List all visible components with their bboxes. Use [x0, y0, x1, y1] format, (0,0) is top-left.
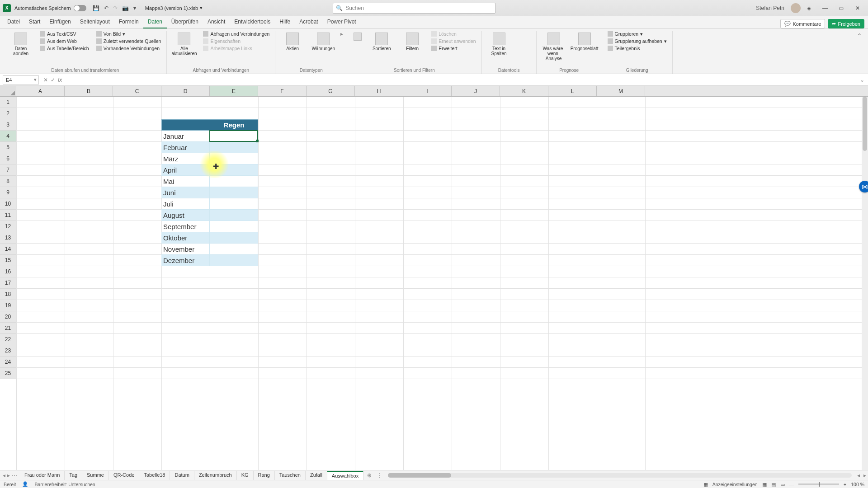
scroll-thumb[interactable] — [863, 97, 867, 151]
validation-icon[interactable] — [516, 40, 524, 47]
row-header[interactable]: 9 — [0, 187, 16, 198]
zoom-slider[interactable] — [798, 483, 839, 485]
subtotal-button[interactable]: Teilergebnis — [606, 45, 669, 52]
flash-fill-icon[interactable] — [516, 31, 524, 38]
column-header-K[interactable]: K — [500, 86, 548, 96]
sheet-tab[interactable]: Datum — [170, 471, 194, 480]
sheet-tab[interactable]: QR-Code — [109, 471, 139, 480]
column-header-B[interactable]: B — [65, 86, 113, 96]
consolidate-icon[interactable] — [525, 40, 533, 47]
row-header[interactable]: 23 — [0, 345, 16, 357]
column-header-E[interactable]: E — [210, 86, 258, 96]
advanced-filter-button[interactable]: Erweitert — [429, 45, 477, 52]
table-cell[interactable]: März — [161, 153, 210, 164]
file-title[interactable]: Mappe3 (version 1).xlsb ▾ — [145, 5, 203, 11]
row-header[interactable]: 7 — [0, 164, 16, 176]
horizontal-scrollbar[interactable] — [388, 473, 852, 478]
close-button[interactable]: ✕ — [850, 3, 865, 14]
collapse-ribbon-icon[interactable]: ⌃ — [854, 31, 864, 41]
cancel-formula-icon[interactable]: ✕ — [43, 77, 48, 83]
view-break-icon[interactable]: ▭ — [780, 482, 785, 487]
get-data-button[interactable]: Daten abrufen — [7, 31, 34, 56]
row-header[interactable]: 16 — [0, 266, 16, 277]
camera-icon[interactable]: 📷 — [122, 5, 129, 11]
row-header[interactable]: 12 — [0, 221, 16, 232]
from-text-csv-button[interactable]: Aus Text/CSV — [38, 31, 91, 37]
row-header[interactable]: 13 — [0, 232, 16, 244]
scroll-thumb[interactable] — [388, 473, 451, 478]
column-header-G[interactable]: G — [307, 86, 355, 96]
menu-tab-start[interactable]: Start — [24, 16, 45, 28]
row-header[interactable]: 8 — [0, 176, 16, 187]
menu-tab-entwicklertools[interactable]: Entwicklertools — [230, 16, 275, 28]
add-sheet-button[interactable]: ⊕ — [363, 472, 375, 479]
relations-icon[interactable] — [516, 49, 524, 56]
column-header-M[interactable]: M — [597, 86, 645, 96]
row-header[interactable]: 4 — [0, 131, 16, 142]
toggle-icon[interactable] — [74, 5, 86, 11]
column-header-A[interactable]: A — [16, 86, 65, 96]
column-header-J[interactable]: J — [452, 86, 500, 96]
currencies-button[interactable]: Währungen — [310, 31, 337, 51]
menu-tab-formeln[interactable]: Formeln — [114, 16, 143, 28]
sort-button[interactable]: Sortieren — [368, 31, 395, 51]
undo-icon[interactable]: ↶ — [104, 5, 108, 11]
column-header-I[interactable]: I — [403, 86, 452, 96]
sheet-tab[interactable]: Tabelle18 — [139, 471, 170, 480]
column-header-L[interactable]: L — [548, 86, 597, 96]
whatif-button[interactable]: Was-wäre-wenn-Analyse — [540, 31, 567, 61]
menu-tab-acrobat[interactable]: Acrobat — [295, 16, 322, 28]
autosave-toggle[interactable]: Automatisches Speichern — [14, 5, 89, 11]
row-header[interactable]: 25 — [0, 368, 16, 379]
from-table-button[interactable]: Aus Tabelle/Bereich — [38, 45, 91, 52]
sheet-tab[interactable]: Auswahlbox — [327, 471, 363, 480]
row-header[interactable]: 18 — [0, 289, 16, 300]
table-cell[interactable] — [210, 255, 258, 266]
diamond-icon[interactable]: ◈ — [807, 5, 811, 11]
share-button[interactable]: ➦ Freigeben — [828, 19, 864, 28]
menu-tab-datei[interactable]: Datei — [3, 16, 24, 28]
spreadsheet-grid[interactable]: ABCDEFGHIJKLM RegenJanuarFebruarMärzApri… — [0, 86, 868, 470]
row-header[interactable]: 6 — [0, 153, 16, 164]
sheet-tab[interactable]: Frau oder Mann — [20, 471, 65, 480]
display-settings[interactable]: Anzeigeeinstellungen — [712, 482, 758, 487]
accept-formula-icon[interactable]: ✓ — [51, 77, 55, 83]
table-cell[interactable]: Regen — [210, 119, 258, 131]
table-cell[interactable]: Februar — [161, 142, 210, 153]
column-header-D[interactable]: D — [161, 86, 210, 96]
select-all-button[interactable] — [0, 86, 16, 96]
redo-icon[interactable]: ↷ — [113, 5, 118, 11]
datatypes-more-icon[interactable]: ▸ — [340, 31, 343, 37]
vertical-scrollbar[interactable] — [862, 97, 868, 470]
group-button[interactable]: Gruppieren ▾ — [606, 31, 669, 37]
queries-connections-button[interactable]: Abfragen und Verbindungen — [201, 31, 271, 37]
text-to-columns-button[interactable]: Text in Spalten — [486, 31, 513, 56]
table-cell[interactable] — [210, 142, 258, 153]
formula-input[interactable] — [64, 75, 856, 84]
recent-sources-button[interactable]: Zuletzt verwendete Quellen — [94, 38, 163, 44]
avatar[interactable] — [791, 3, 801, 13]
sort-asc-button[interactable] — [351, 31, 364, 41]
sheet-tab[interactable]: Summe — [82, 471, 109, 480]
from-image-button[interactable]: Von Bild ▾ — [94, 31, 163, 37]
table-cell[interactable] — [210, 210, 258, 221]
sheet-tab[interactable]: KG — [237, 471, 254, 480]
table-cell[interactable] — [210, 244, 258, 255]
menu-tab-ansicht[interactable]: Ansicht — [203, 16, 230, 28]
row-header[interactable]: 20 — [0, 311, 16, 323]
sheet-prev-icon[interactable]: ◂ — [3, 472, 5, 479]
table-cell[interactable] — [210, 187, 258, 198]
row-header[interactable]: 22 — [0, 334, 16, 345]
view-layout-icon[interactable]: ▤ — [771, 482, 776, 487]
search-input[interactable]: 🔍 Suchen — [333, 3, 495, 14]
column-header-C[interactable]: C — [113, 86, 161, 96]
refresh-all-button[interactable]: Alle aktualisieren — [170, 31, 198, 56]
table-cell[interactable] — [210, 164, 258, 176]
collaboration-badge-icon[interactable]: ⋈ — [859, 181, 868, 192]
table-cell[interactable]: Juni — [161, 187, 210, 198]
ungroup-button[interactable]: Gruppierung aufheben ▾ — [606, 38, 669, 44]
column-header-H[interactable]: H — [355, 86, 403, 96]
sheet-tab[interactable]: Tauschen — [275, 471, 306, 480]
restore-button[interactable]: ▭ — [834, 3, 849, 14]
sheet-tab[interactable]: Rang — [254, 471, 275, 480]
